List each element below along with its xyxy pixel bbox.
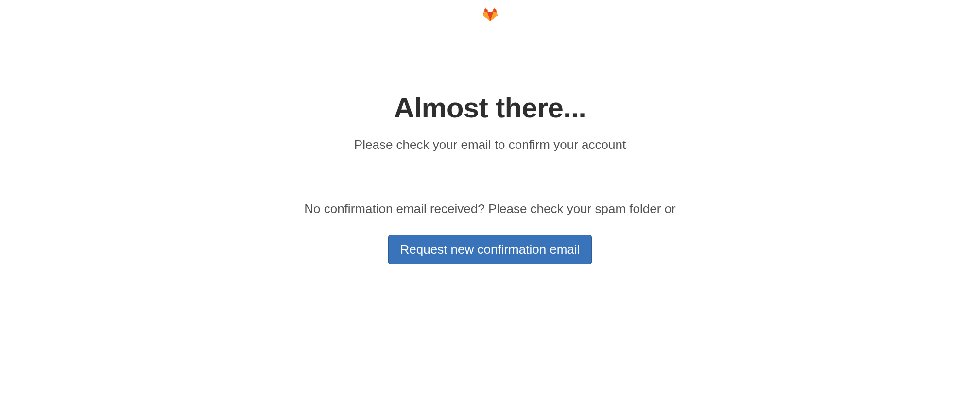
gitlab-tanuki-icon <box>481 5 499 23</box>
section-divider <box>167 178 813 178</box>
page-subtitle: Please check your email to confirm your … <box>167 137 813 152</box>
page-title: Almost there... <box>167 91 813 124</box>
gitlab-logo-icon[interactable] <box>481 5 499 23</box>
request-confirmation-button[interactable]: Request new confirmation email <box>388 235 592 264</box>
main-content: Almost there... Please check your email … <box>138 91 842 264</box>
page-header <box>0 0 980 28</box>
help-text: No confirmation email received? Please c… <box>167 201 813 216</box>
